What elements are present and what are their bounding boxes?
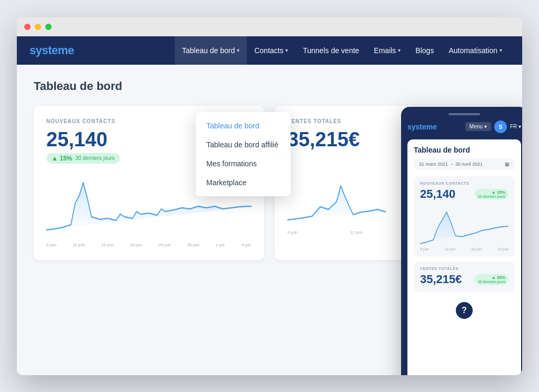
chevron-down-icon: ▾ (484, 124, 487, 129)
nav-items: Tableau de bord ▾ Contacts ▾ Tunnels de … (91, 36, 510, 65)
mobile-stat-label-ventes: VENTES TOTALES (420, 267, 508, 270)
mobile-stat-value-ventes: 35,215€ (420, 273, 462, 286)
nav-item-blogs[interactable]: Blogs (408, 36, 441, 65)
help-button[interactable]: ? (456, 302, 473, 319)
nav-item-contacts[interactable]: Contacts ▾ (247, 36, 295, 65)
chevron-down-icon: ▾ (237, 47, 239, 53)
mobile-date-range[interactable]: 31 mars 2021 → 30 Avril 2021 ▦ (414, 158, 515, 170)
mobile-lang: FR ▾ (510, 124, 521, 129)
mobile-nav-right: Menu ▾ S FR ▾ (465, 120, 521, 133)
dropdown-item-marketplace[interactable]: Marketplace (196, 173, 291, 192)
calendar-icon: ▦ (505, 162, 510, 167)
mobile-page-title: Tableau de bord (414, 146, 515, 154)
mobile-stat-card-ventes: VENTES TOTALES 35,215€ ▲ 35% 30 derniers… (414, 262, 515, 292)
app-nav: systeme Tableau de bord ▾ Contacts ▾ Tun… (17, 36, 522, 65)
mobile-menu-button[interactable]: Menu ▾ (465, 122, 491, 131)
mobile-stat-badge-contacts: ▲ 15% 30 derniers jours (475, 189, 508, 199)
mobile-stat-value-contacts: 25,140 (420, 187, 455, 201)
dropdown-menu: Tableau de bord Tableau de bord affilié … (196, 112, 291, 196)
mobile-stat-badge-ventes: ▲ 35% 30 derniers jours (475, 274, 508, 285)
mobile-stat-label-contacts: NOUVEAUX CONTACTS (420, 182, 508, 185)
dropdown-item-affilie[interactable]: Tableau de bord affilié (196, 135, 291, 154)
mobile-avatar: S (494, 120, 507, 133)
nav-logo[interactable]: systeme (29, 44, 74, 57)
nav-item-tunnels[interactable]: Tunnels de vente (295, 36, 366, 65)
mobile-logo: systeme (407, 123, 437, 131)
mobile-stat-card-contacts: NOUVEAUX CONTACTS 25,140 ▲ 15% 30 dernie… (414, 176, 515, 256)
minimize-button[interactable] (35, 24, 41, 30)
stat-badge-contacts: ▲ 15% 30 derniers jours (46, 153, 120, 164)
browser-window: systeme Tableau de bord ▾ Contacts ▾ Tun… (17, 17, 522, 375)
mobile-nav: systeme Menu ▾ S FR ▾ (407, 120, 521, 133)
chevron-down-icon: ▾ (398, 47, 401, 53)
chevron-down-icon: ▾ (285, 47, 288, 53)
mobile-content: Tableau de bord 31 mars 2021 → 30 Avril … (407, 139, 521, 375)
dropdown-item-formations[interactable]: Mes formations (196, 154, 291, 173)
page-title: Tableau de bord (34, 79, 505, 93)
nav-item-emails[interactable]: Emails ▾ (366, 36, 408, 65)
maximize-button[interactable] (45, 24, 52, 30)
nav-item-tableau[interactable]: Tableau de bord ▾ (175, 36, 247, 65)
mobile-notch (448, 113, 480, 115)
close-button[interactable] (24, 24, 31, 30)
chevron-down-icon: ▾ (500, 47, 502, 53)
mobile-preview: systeme Menu ▾ S FR ▾ Tableau de bord (401, 107, 522, 375)
nav-item-automatisation[interactable]: Automatisation ▾ (441, 36, 510, 65)
mobile-chart-contacts (420, 204, 508, 246)
dropdown-item-tableau[interactable]: Tableau de bord (196, 116, 291, 135)
browser-titlebar (17, 17, 522, 36)
chevron-down-icon: ▾ (518, 124, 521, 129)
chart-labels: 8 juin 12 juin 16 juin 20 juin 24 juin 2… (46, 243, 252, 247)
main-content: Tableau de bord Tableau de bord Tableau … (17, 65, 522, 375)
